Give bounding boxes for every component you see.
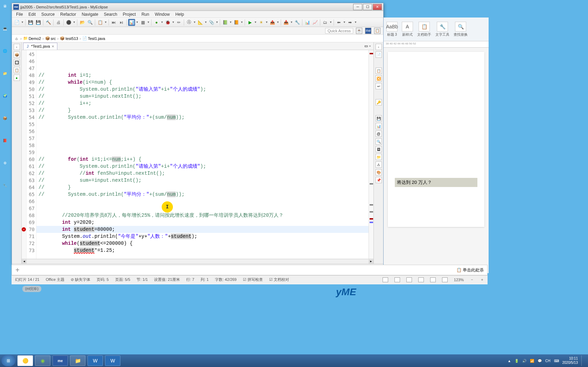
- show-desktop[interactable]: [581, 355, 584, 366]
- run-button[interactable]: ▶: [246, 19, 253, 26]
- build-button[interactable]: 🔨: [45, 19, 52, 26]
- code-line[interactable]: [38, 142, 366, 149]
- code-line[interactable]: student*=1.25;: [38, 247, 366, 254]
- view-outline-icon[interactable]: [394, 277, 400, 282]
- code-line[interactable]: // }: [38, 107, 366, 114]
- desktop-icon[interactable]: 🔧: [1, 181, 9, 189]
- bg-toolbar-item[interactable]: A新样式: [402, 22, 413, 37]
- code-line[interactable]: [38, 205, 366, 212]
- d-button[interactable]: 📙: [233, 19, 240, 26]
- menu-window[interactable]: Window: [152, 11, 173, 18]
- maximize-view-icon[interactable]: ▫: [369, 44, 371, 48]
- code-line[interactable]: // System.out.println("请输入第"+i+"个人的成绩");: [38, 163, 366, 170]
- restore-right-icon[interactable]: ▫: [376, 44, 382, 50]
- new-java-button[interactable]: 📗: [222, 19, 229, 26]
- breadcrumb-item[interactable]: 📄Test1.java: [82, 36, 105, 41]
- package-explorer-icon[interactable]: 📦: [14, 51, 20, 58]
- code-line[interactable]: // sum+=input.nextInt();: [38, 177, 366, 184]
- open-type-button[interactable]: 📂: [79, 19, 86, 26]
- code-line[interactable]: // i++;: [38, 100, 366, 107]
- code-line[interactable]: // System.out.println("平均分："+(sum/num));: [38, 191, 366, 198]
- menu-source[interactable]: Source: [38, 11, 57, 18]
- debug-button[interactable]: 🐞: [164, 19, 171, 26]
- ime-indicator[interactable]: CH: [545, 359, 550, 363]
- save-all-button[interactable]: 💾: [35, 19, 42, 26]
- skip-button[interactable]: ⏭: [110, 19, 117, 26]
- tray-icon[interactable]: 🔋: [514, 359, 519, 363]
- h-button[interactable]: 📊: [304, 19, 311, 26]
- r-icon-1[interactable]: 📋: [376, 68, 382, 74]
- tray-icon[interactable]: 📶: [530, 359, 534, 363]
- outline-icon[interactable]: ●: [14, 75, 20, 81]
- r-icon-9[interactable]: 🖼: [376, 146, 382, 152]
- bg-toolbar-item[interactable]: 🔍查找替换: [454, 22, 468, 37]
- f-button[interactable]: 📥: [282, 19, 289, 26]
- view-slide-icon[interactable]: [418, 277, 424, 282]
- taskbar-app1[interactable]: ◉: [35, 355, 50, 366]
- code-line[interactable]: // while(i<=num) {: [38, 79, 366, 86]
- missing-fonts[interactable]: ⊘ 缺失字体: [71, 277, 90, 282]
- code-line[interactable]: [38, 128, 366, 135]
- bg-toolbar-item[interactable]: 🔧文字工具: [435, 22, 449, 37]
- code-line[interactable]: [38, 198, 366, 205]
- tray-icon[interactable]: ▲: [507, 359, 511, 363]
- save-button[interactable]: 💾: [27, 19, 34, 26]
- breadcrumb-item[interactable]: 📦test513: [60, 36, 78, 41]
- code-line[interactable]: // //int fenShu=input.nextInt();: [38, 170, 366, 177]
- perspective-me-icon[interactable]: me: [365, 28, 371, 34]
- tab-close-icon[interactable]: ✕: [51, 44, 55, 48]
- b-button[interactable]: 📐: [197, 19, 204, 26]
- error-marker-icon[interactable]: ×: [22, 227, 26, 231]
- r-icon-12[interactable]: 🎨: [376, 169, 382, 175]
- a-button[interactable]: Ⓐ: [186, 19, 192, 26]
- desktop-icon[interactable]: 🌐: [1, 47, 9, 55]
- minimize-view-icon[interactable]: ▭: [364, 44, 368, 48]
- menu-navigate[interactable]: Navigate: [79, 11, 101, 18]
- tray-icon[interactable]: 🔊: [522, 359, 526, 363]
- new-button[interactable]: 📄: [13, 19, 20, 26]
- r-icon-2[interactable]: 🔀: [376, 75, 382, 82]
- view-normal-icon[interactable]: [383, 277, 388, 282]
- code-line[interactable]: // for(int i=1;i<=num;i++) {: [38, 156, 366, 163]
- j-button[interactable]: 🗂: [322, 19, 329, 26]
- code-line[interactable]: while(student<=200000) {: [38, 240, 366, 247]
- code-line[interactable]: // sum+=input.nextInt();: [38, 93, 366, 100]
- desktop-icon[interactable]: 📕: [1, 136, 9, 145]
- taskbar-wps[interactable]: W: [88, 355, 103, 366]
- outline-view-icon[interactable]: 📄: [376, 51, 382, 58]
- taskbar-wps2[interactable]: W: [105, 355, 120, 366]
- menu-refactor[interactable]: Refactor: [57, 11, 79, 18]
- desktop-icon[interactable]: 💻: [1, 24, 9, 33]
- code-line[interactable]: [38, 254, 366, 259]
- code-line[interactable]: [38, 149, 366, 156]
- editor-tab[interactable]: J *Test1.java ✕: [23, 43, 57, 50]
- code-line[interactable]: //2020年培养学员8万人，每年增长25%，请问按此增长速度，到哪一年培训学员…: [38, 212, 366, 219]
- search-button[interactable]: 🔍: [86, 19, 93, 26]
- add-note-placeholder[interactable]: 📋 单击此处添: [456, 267, 484, 273]
- quick-access-input[interactable]: Quick Access: [325, 28, 353, 34]
- perspective-other-icon[interactable]: 📋: [374, 28, 380, 34]
- menu-edit[interactable]: Edit: [26, 11, 38, 18]
- grid-button[interactable]: ▦: [139, 19, 146, 26]
- menu-run[interactable]: Run: [139, 11, 152, 18]
- toggle-button[interactable]: ⚫: [65, 19, 72, 26]
- code-line[interactable]: int y=2020;: [38, 219, 366, 226]
- clock[interactable]: 10:11 2020/5/13: [562, 356, 578, 365]
- bg-toolbar-item[interactable]: AaBb标题 3: [386, 22, 398, 37]
- perspective-java-icon[interactable]: ☕: [356, 28, 362, 34]
- menu-project[interactable]: Project: [120, 11, 139, 18]
- close-button[interactable]: ✕: [373, 4, 382, 10]
- edit-button[interactable]: ✏: [175, 19, 182, 26]
- code-line[interactable]: int student=80000;: [38, 226, 366, 233]
- breadcrumb-item[interactable]: 📁Demo2: [23, 36, 41, 41]
- code-line[interactable]: System.out.println("今年是"+y+"人数："+student…: [38, 233, 366, 240]
- desktop-icon[interactable]: 📦: [1, 114, 9, 122]
- r-icon-7[interactable]: @: [376, 131, 382, 137]
- spell-check[interactable]: ☑ 拼写检查: [243, 277, 263, 282]
- taskbar-chrome[interactable]: 🟡: [18, 355, 33, 366]
- zoom-in[interactable]: ＋: [480, 277, 484, 282]
- code-line[interactable]: // System.out.println("平均分："+(sum/num));: [38, 114, 366, 121]
- back-button[interactable]: ⬅: [335, 19, 342, 26]
- code-editor[interactable]: × 45464748495051525354555657585960616263…: [22, 50, 373, 259]
- maximize-button[interactable]: ☐: [363, 4, 372, 10]
